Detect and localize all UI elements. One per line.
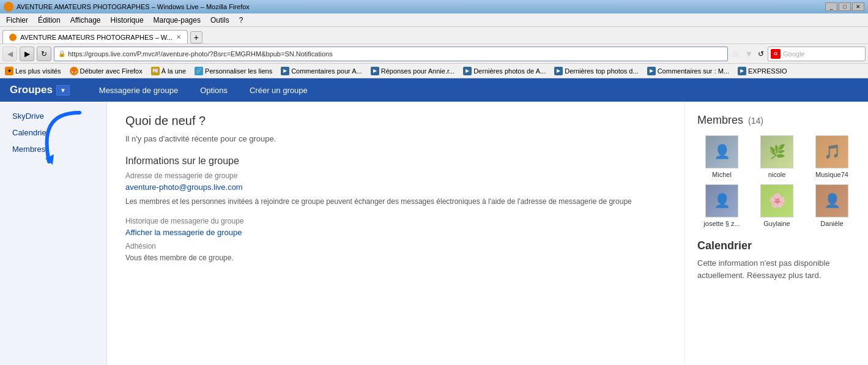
- email-link[interactable]: aventure-photo@groups.live.com: [125, 182, 666, 192]
- member-avatar: 🌸: [760, 184, 793, 217]
- maximize-button[interactable]: □: [839, 2, 851, 11]
- titlebar: AVENTURE AMATEURS PHOTOGRAPHES – Windows…: [0, 0, 868, 13]
- menu-marquepages[interactable]: Marque-pages: [150, 15, 204, 26]
- member-avatar: 🌿: [760, 135, 793, 168]
- bookmark-icon-flag3: ▶: [463, 67, 472, 75]
- menu-aide[interactable]: ?: [236, 15, 247, 26]
- bookmark-star-icon[interactable]: ☆: [732, 49, 740, 59]
- bookmark-icon-flag2: ▶: [371, 67, 379, 75]
- bookmark-icon-flag5: ▶: [647, 67, 656, 75]
- menu-edition[interactable]: Édition: [34, 15, 64, 26]
- sidebar: SkyDrive Calendrier Membres: [0, 102, 107, 365]
- bookmark-label: Les plus visités: [15, 67, 61, 75]
- member-avatar: 👤: [705, 135, 738, 168]
- minimize-button[interactable]: _: [825, 2, 837, 11]
- adhesion-label: Adhésion: [125, 242, 666, 250]
- member-card[interactable]: 👤 josette § z...: [697, 184, 746, 227]
- right-panel: Membres (14) 👤 Michel 🌿 nicole 🎵: [684, 102, 868, 365]
- bookmark-icon-star: ★: [5, 67, 13, 75]
- quoi-de-neuf-desc: Il n'y pas d'activité récente pour ce gr…: [125, 134, 666, 143]
- search-engine-icon: G: [771, 49, 781, 59]
- member-avatar: 👤: [705, 184, 738, 217]
- member-name: nicole: [768, 171, 786, 178]
- refresh-button[interactable]: ↻: [37, 47, 51, 61]
- bookmark-label: Dernières top photos d...: [565, 67, 638, 75]
- tab-favicon: [9, 34, 17, 41]
- member-card[interactable]: 🌿 nicole: [752, 135, 801, 178]
- active-tab[interactable]: AVENTURE AMATEURS PHOTOGRAPHES – W... ✕: [2, 30, 188, 43]
- menu-fichier[interactable]: Fichier: [2, 15, 32, 26]
- member-avatar: 🎵: [815, 135, 848, 168]
- group-title-area: Groupes ▼: [10, 84, 70, 96]
- tab-title: AVENTURE AMATEURS PHOTOGRAPHES – W...: [20, 34, 172, 41]
- members-header: Membres (14): [697, 114, 856, 127]
- forward-button[interactable]: ▶: [20, 47, 34, 61]
- member-card[interactable]: 👤 Michel: [697, 135, 746, 178]
- quoi-de-neuf-title: Quoi de neuf ?: [125, 114, 666, 128]
- member-name: Michel: [712, 171, 732, 178]
- firefox-icon: [4, 2, 13, 12]
- group-title: Groupes: [10, 84, 53, 96]
- page-refresh-icon[interactable]: ↺: [758, 50, 764, 58]
- bookmark-a-la-une[interactable]: 📰 À la une: [149, 66, 188, 77]
- member-name: Guylaine: [763, 220, 790, 227]
- back-button[interactable]: ◀: [2, 47, 17, 61]
- bookmark-star2-icon[interactable]: ▼: [744, 49, 753, 59]
- history-link[interactable]: Afficher la messagerie de groupe: [125, 228, 666, 237]
- email-desc: Les membres et les personnes invitées à …: [125, 197, 666, 207]
- calendar-text: Cette information n'est pas disponible a…: [697, 257, 856, 281]
- new-tab-button[interactable]: +: [190, 31, 202, 43]
- bookmark-icon-link: 🔗: [195, 67, 203, 75]
- search-box[interactable]: G Google: [768, 47, 866, 61]
- member-card[interactable]: 🎵 Musique74: [807, 135, 856, 178]
- bookmark-label: Commentaires pour A...: [291, 67, 362, 75]
- bookmarks-bar: ★ Les plus visités 🦊 Débuter avec Firefo…: [0, 64, 868, 78]
- nav-creer-groupe[interactable]: Créer un groupe: [239, 86, 319, 95]
- nav-messagerie[interactable]: Messagerie de groupe: [88, 86, 189, 95]
- nav-options[interactable]: Options: [189, 86, 239, 95]
- bookmark-reponses-annie[interactable]: ▶ Réponses pour Annie.r...: [368, 66, 457, 77]
- url-text: https://groups.live.com/P.mvc#!/aventure…: [68, 50, 333, 58]
- bookmark-top-photos[interactable]: ▶ Dernières top photos d...: [552, 66, 640, 77]
- menubar: Fichier Édition Affichage Historique Mar…: [0, 13, 868, 27]
- titlebar-title: AVENTURE AMATEURS PHOTOGRAPHES – Windows…: [17, 3, 250, 10]
- bookmark-personnaliser[interactable]: 🔗 Personnaliser les liens: [192, 66, 275, 77]
- bookmark-label: Dernières photos de A...: [473, 67, 546, 75]
- menu-historique[interactable]: Historique: [107, 15, 147, 26]
- search-placeholder: Google: [783, 50, 804, 58]
- member-card[interactable]: 🌸 Guylaine: [752, 184, 801, 227]
- address-box[interactable]: 🔒 https://groups.live.com/P.mvc#!/aventu…: [54, 47, 728, 61]
- main-content: Quoi de neuf ? Il n'y pas d'activité réc…: [107, 102, 684, 365]
- bookmark-icon-flag6: ▶: [738, 67, 746, 75]
- member-name: josette § z...: [703, 220, 740, 227]
- bookmark-label: Débuter avec Firefox: [80, 67, 143, 75]
- bookmark-debuter[interactable]: 🦊 Débuter avec Firefox: [67, 66, 145, 77]
- adhesion-text: Vous êtes membre de ce groupe.: [125, 253, 666, 263]
- bookmark-commentaires-a[interactable]: ▶ Commentaires pour A...: [278, 66, 365, 77]
- annotation-arrow: [37, 107, 92, 176]
- member-card[interactable]: 👤 Danièle: [807, 184, 856, 227]
- bookmark-label: Personnaliser les liens: [205, 67, 272, 75]
- bookmark-label: EXPRESSIO: [748, 67, 787, 75]
- member-avatar: 👤: [815, 184, 848, 217]
- bookmark-label: À la une: [161, 67, 186, 75]
- members-grid: 👤 Michel 🌿 nicole 🎵 Musique74: [697, 135, 856, 227]
- titlebar-controls[interactable]: _ □ ✕: [825, 2, 864, 11]
- bookmark-icon-flag4: ▶: [554, 67, 563, 75]
- menu-affichage[interactable]: Affichage: [67, 15, 105, 26]
- bookmark-icon-flag1: ▶: [281, 67, 289, 75]
- members-count: (14): [748, 116, 763, 126]
- bookmark-expressio[interactable]: ▶ EXPRESSIO: [735, 66, 790, 77]
- menu-outils[interactable]: Outils: [207, 15, 233, 26]
- tab-close-button[interactable]: ✕: [176, 34, 181, 40]
- bookmark-commentaires-m[interactable]: ▶ Commentaires sur : M...: [645, 66, 732, 77]
- bookmark-les-plus-visites[interactable]: ★ Les plus visités: [2, 66, 64, 77]
- bookmark-label: Réponses pour Annie.r...: [381, 67, 454, 75]
- member-name: Danièle: [820, 220, 843, 227]
- bookmark-icon-news: 📰: [151, 67, 160, 75]
- history-label: Historique de messagerie du groupe: [125, 217, 666, 225]
- group-dropdown-button[interactable]: ▼: [56, 85, 70, 96]
- close-button[interactable]: ✕: [852, 2, 864, 11]
- info-section-title: Informations sur le groupe: [125, 156, 666, 167]
- bookmark-dernieres-photos-a[interactable]: ▶ Dernières photos de A...: [461, 66, 548, 77]
